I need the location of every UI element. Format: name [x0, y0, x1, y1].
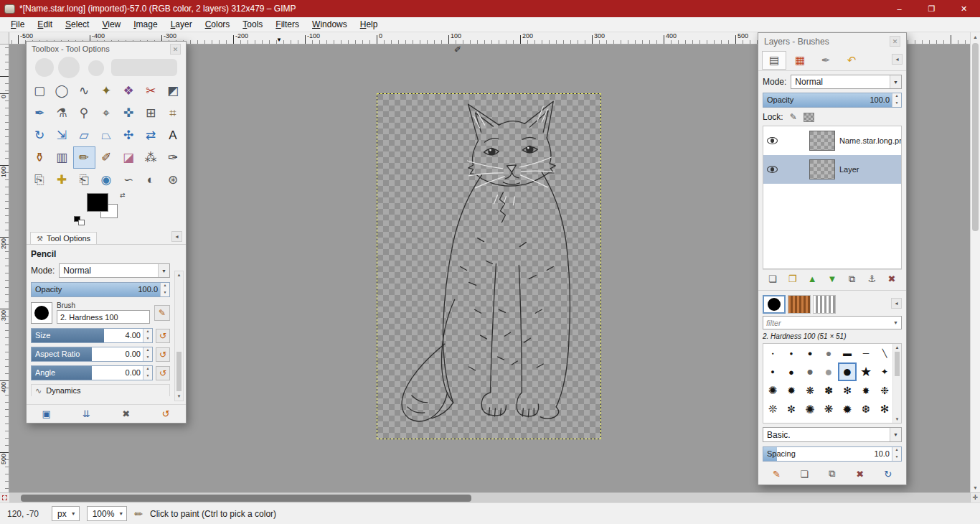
brush-item[interactable]: ❉ — [875, 381, 894, 400]
dodge-burn-tool[interactable]: ◐ — [140, 169, 162, 191]
brush-item[interactable]: ★ — [857, 362, 875, 381]
duplicate-layer-button[interactable]: ⧉ — [843, 271, 862, 286]
align-tool[interactable]: ⊞ — [140, 102, 162, 124]
brush-item[interactable]: ● — [819, 362, 838, 381]
brush-item[interactable]: ▬ — [838, 344, 857, 362]
layer-visible-eye-icon[interactable] — [767, 166, 778, 173]
layer-opacity-slider[interactable]: Opacity 100.0 ▲▼ — [763, 93, 902, 108]
brush-tag-select[interactable]: Basic. ▼ — [763, 427, 902, 442]
brush-item[interactable]: ❋ — [819, 400, 838, 418]
scroll-up-icon[interactable]: ▲ — [175, 271, 183, 279]
image-canvas[interactable] — [377, 93, 601, 439]
brush-item[interactable]: ✻ — [838, 381, 857, 400]
brush-item[interactable]: ✽ — [819, 381, 838, 400]
brush-item[interactable]: ● — [838, 362, 857, 381]
brush-item[interactable]: ❊ — [763, 400, 782, 418]
pencil-tool[interactable]: ✏ — [73, 146, 95, 169]
spinner[interactable]: ▲▼ — [892, 447, 901, 461]
lower-layer-button[interactable]: ▼ — [823, 271, 842, 286]
zoom-select[interactable]: 100% ▼ — [87, 506, 128, 521]
gradient-tool[interactable]: ▥ — [51, 146, 73, 169]
layer-visible-eye-icon[interactable] — [767, 137, 778, 144]
maximize-button[interactable]: ❐ — [915, 0, 948, 17]
brush-item[interactable]: ✸ — [857, 381, 875, 400]
tab-patterns[interactable] — [788, 295, 811, 314]
new-brush-button[interactable]: ❏ — [795, 467, 814, 482]
flip-tool[interactable]: ⇄ — [140, 124, 162, 146]
measure-tool[interactable]: ⌖ — [95, 102, 118, 124]
edit-brush-button[interactable]: ✎ — [767, 467, 786, 482]
new-layer-group-button[interactable]: ❐ — [783, 271, 802, 286]
brush-item[interactable]: ● — [801, 362, 819, 381]
tool-options-scrollbar[interactable]: ▲ ▼ — [174, 271, 184, 401]
horizontal-scroll-thumb[interactable] — [21, 495, 471, 502]
scroll-down-icon[interactable]: ▼ — [971, 483, 980, 492]
select-by-color-tool[interactable]: ❖ — [118, 80, 140, 102]
tab-brushes[interactable] — [763, 295, 786, 314]
layer-row[interactable]: Layer — [763, 155, 901, 184]
paintbrush-tool[interactable]: ✐ — [95, 146, 118, 169]
scroll-thumb[interactable] — [895, 352, 900, 376]
delete-tool-preset-button[interactable]: ✖ — [117, 406, 136, 421]
unified-transform-tool[interactable]: ✣ — [118, 124, 140, 146]
mypaint-brush-tool[interactable]: ⊛ — [162, 169, 184, 191]
layer-mode-select[interactable]: Normal ▼ — [791, 75, 902, 89]
rectangle-select-tool[interactable]: ▢ — [29, 80, 51, 102]
rotate-tool[interactable]: ↻ — [29, 124, 51, 146]
brush-item[interactable]: ● — [763, 362, 782, 381]
airbrush-tool[interactable]: ⁂ — [140, 146, 162, 169]
foreground-select-tool[interactable]: ◩ — [162, 80, 184, 102]
brush-item[interactable]: ✻ — [875, 400, 894, 418]
menu-file[interactable]: File — [4, 18, 31, 31]
paths-tool[interactable]: ✒ — [29, 102, 51, 124]
brush-item[interactable]: ● — [782, 344, 801, 362]
tab-menu-button[interactable]: ◂ — [891, 298, 902, 309]
brush-item[interactable]: ✼ — [782, 400, 801, 418]
refresh-brushes-button[interactable]: ↻ — [879, 467, 897, 482]
minimize-button[interactable]: – — [883, 0, 915, 17]
blur-sharpen-tool[interactable]: ◉ — [95, 169, 118, 191]
tab-undo-history[interactable]: ↶ — [839, 51, 864, 70]
layer-thumbnail[interactable] — [809, 131, 835, 151]
brush-item[interactable]: ● — [819, 344, 838, 362]
heal-tool[interactable]: ✚ — [51, 169, 73, 191]
delete-brush-button[interactable]: ✖ — [851, 467, 870, 482]
vertical-scroll-thumb[interactable] — [972, 43, 979, 231]
brush-grid-scrollbar[interactable]: ▲ ▼ — [892, 344, 901, 423]
restore-tool-preset-button[interactable]: ⇊ — [77, 406, 95, 421]
spinner[interactable]: ▲▼ — [892, 93, 901, 107]
bucket-fill-tool[interactable]: ⚱ — [29, 146, 51, 169]
scroll-down-icon[interactable]: ▼ — [893, 416, 901, 423]
ellipse-select-tool[interactable]: ◯ — [51, 80, 73, 102]
lock-pixels-icon[interactable]: ✎ — [790, 112, 797, 122]
menu-tools[interactable]: Tools — [236, 18, 269, 31]
opacity-slider[interactable]: Opacity 100.0 ▲▼ — [31, 282, 170, 297]
menu-view[interactable]: View — [95, 18, 127, 31]
brush-item[interactable]: ❆ — [857, 400, 875, 418]
size-slider[interactable]: Size4.00▲▼ — [31, 328, 153, 343]
brush-preview[interactable] — [31, 302, 52, 324]
brush-item[interactable]: ● — [763, 344, 782, 362]
reset-angle-button[interactable]: ↺ — [156, 366, 170, 380]
quick-mask-toggle[interactable] — [0, 492, 9, 502]
scroll-up-icon[interactable]: ▲ — [893, 344, 901, 351]
free-select-tool[interactable]: ∿ — [73, 80, 95, 102]
navigation-button[interactable]: ✛ — [970, 492, 980, 502]
menu-image[interactable]: Image — [127, 18, 164, 31]
close-icon[interactable]: ✕ — [170, 44, 181, 55]
brush-item[interactable]: ✹ — [838, 400, 857, 418]
spinner[interactable]: ▲▼ — [160, 283, 169, 296]
spinner[interactable]: ▲▼ — [143, 347, 152, 361]
perspective-tool[interactable]: ⏢ — [95, 124, 118, 146]
layer-name[interactable]: Layer — [839, 165, 859, 174]
scale-tool[interactable]: ⇲ — [51, 124, 73, 146]
brush-item[interactable]: ╲ — [875, 344, 894, 362]
brush-item[interactable]: ● — [782, 362, 801, 381]
brush-item[interactable]: ✺ — [763, 381, 782, 400]
raise-layer-button[interactable]: ▲ — [803, 271, 821, 286]
close-button[interactable]: ✕ — [948, 0, 980, 17]
scroll-thumb[interactable] — [176, 352, 182, 391]
angle-slider[interactable]: Angle0.00▲▼ — [31, 365, 153, 380]
unit-select[interactable]: px ▼ — [52, 506, 80, 521]
layer-name[interactable]: Name.star.long.png — [839, 136, 902, 145]
